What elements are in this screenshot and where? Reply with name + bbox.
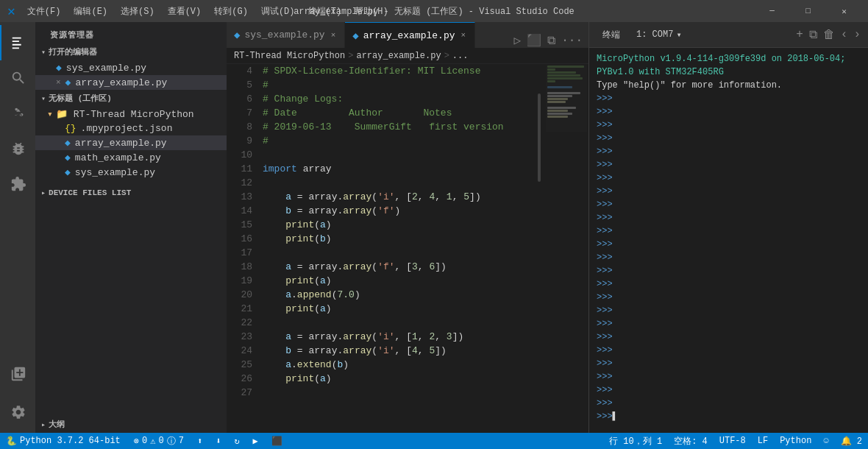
device-files-chevron: ▸ — [41, 188, 46, 197]
activity-remote[interactable] — [0, 356, 35, 392]
micropython-info-line1: MicroPython v1.9.4-114-g309fe39d on 2018… — [597, 52, 861, 79]
device-files-section[interactable]: ▸ DEVICE FILES LIST — [35, 185, 227, 200]
line-num-5: 5 — [227, 78, 252, 92]
tab-array-label: array_example.py — [363, 30, 455, 41]
editor-scrollbar[interactable] — [534, 64, 544, 433]
term-prompt-25: >>> ▌ — [597, 410, 861, 423]
line-num-18: 18 — [227, 260, 252, 274]
activity-debug[interactable] — [0, 131, 35, 166]
tab-sys-close[interactable]: × — [330, 30, 338, 40]
term-prompt-19: >>> — [597, 330, 861, 344]
line-num-26: 26 — [227, 372, 252, 386]
menu-goto[interactable]: 转到(G) — [208, 4, 254, 19]
info-icon: ⓘ — [167, 435, 176, 448]
minimize-button[interactable]: ─ — [755, 0, 789, 22]
file-mpyproject[interactable]: {} .mpyproject.json — [35, 121, 227, 135]
term-prompt-8: >>> — [597, 185, 861, 198]
code-line-8: # 2019-06-13 SummerGift first version — [263, 120, 534, 134]
line-num-22: 22 — [227, 316, 252, 330]
code-editor[interactable]: # SPDX-License-Identifier: MIT License #… — [260, 64, 534, 433]
term-prompt-11: >>> — [597, 224, 861, 238]
menu-view[interactable]: 查看(V) — [162, 4, 207, 19]
status-debug-icon[interactable]: ⬛ — [266, 433, 288, 449]
error-count: 0 — [142, 436, 147, 446]
menu-file[interactable]: 文件(F) — [21, 4, 67, 19]
file-math-example[interactable]: ◆ math_example.py — [35, 150, 227, 165]
term-prompt-18: >>> — [597, 317, 861, 330]
line-num-17: 17 — [227, 246, 252, 260]
menu-edit[interactable]: 编辑(E) — [68, 4, 113, 19]
code-line-15: print(a) — [263, 218, 534, 232]
terminal-prev-icon[interactable]: ‹ — [841, 28, 848, 42]
terminal-split-icon[interactable]: ⧉ — [809, 28, 817, 42]
tab-array-example[interactable]: ◆ array_example.py × — [345, 22, 475, 48]
terminal-tab-label[interactable]: 终端 — [597, 26, 626, 44]
line-num-4: 4 — [227, 64, 252, 78]
open-file-array-name: array_example.py — [75, 77, 167, 88]
status-language[interactable]: Python — [774, 433, 817, 449]
menu-select[interactable]: 选择(S) — [115, 4, 160, 19]
breadcrumb-symbol[interactable]: ... — [452, 51, 469, 61]
terminal-panel: 终端 1: COM7 ▾ + ⧉ 🗑 ‹ › MicroPython v1.9.… — [588, 22, 868, 433]
outline-section[interactable]: ▸ 大纲 — [35, 416, 227, 433]
activity-explorer[interactable] — [0, 25, 35, 60]
terminal-add-icon[interactable]: + — [796, 28, 803, 42]
port-dropdown-icon: ▾ — [676, 29, 681, 40]
terminal-content[interactable]: MicroPython v1.9.4-114-g309fe39d on 2018… — [589, 48, 868, 433]
status-notifications[interactable]: 🔔 2 — [835, 433, 868, 449]
open-editors-section[interactable]: ▾ 打开的编辑器 — [35, 43, 227, 60]
download-icon[interactable]: ⬛ — [527, 33, 541, 48]
status-feedback[interactable]: ☺ — [817, 433, 834, 449]
open-file-array[interactable]: × ◆ array_example.py — [35, 75, 227, 90]
code-line-13: a = array.array('i', [2, 4, 1, 5]) — [263, 190, 534, 204]
activity-search[interactable] — [0, 60, 35, 96]
sidebar-spacer — [35, 200, 227, 416]
minimap-content — [546, 66, 587, 132]
terminal-next-icon[interactable]: › — [853, 28, 861, 42]
term-prompt-4: >>> — [597, 132, 861, 145]
scroll-thumb[interactable] — [538, 93, 541, 182]
status-line-col[interactable]: 行 10，列 1 — [603, 433, 668, 449]
file-array-example[interactable]: ◆ array_example.py — [35, 135, 227, 150]
window-title: array_example.py - 无标题 (工作区) - Visual St… — [294, 5, 574, 18]
status-sync-icon[interactable]: ↻ — [228, 433, 245, 449]
close-button[interactable]: ✕ — [828, 0, 861, 22]
open-file-sys[interactable]: ◆ sys_example.py — [35, 60, 227, 75]
code-line-24: b = array.array('i', [4, 5]) — [263, 344, 534, 358]
tab-array-close[interactable]: × — [460, 30, 468, 40]
status-errors[interactable]: ⊗ 0 ⚠ 0 ⓘ 7 — [128, 433, 190, 449]
workspace-folder[interactable]: ▾ 📁 RT-Thread MicroPython — [35, 107, 227, 121]
line-num-8: 8 — [227, 120, 252, 134]
status-line-ending[interactable]: LF — [752, 433, 774, 449]
line-num-6: 6 — [227, 92, 252, 106]
line-num-23: 23 — [227, 330, 252, 344]
status-encoding[interactable]: UTF-8 — [714, 433, 752, 449]
activity-settings[interactable] — [0, 395, 35, 430]
terminal-trash-icon[interactable]: 🗑 — [823, 28, 835, 42]
file-sys-example[interactable]: ◆ sys_example.py — [35, 165, 227, 180]
status-run-icon[interactable]: ▶ — [247, 433, 264, 449]
tab-sys-example[interactable]: ◆ sys_example.py × — [227, 22, 345, 48]
terminal-port-selector[interactable]: 1: COM7 ▾ — [632, 29, 686, 40]
breadcrumb-folder[interactable]: RT-Thread MicroPython — [234, 51, 345, 61]
maximize-button[interactable]: □ — [791, 0, 825, 22]
status-python-version[interactable]: 🐍 Python 3.7.2 64-bit — [0, 433, 127, 449]
line-num-25: 25 — [227, 358, 252, 372]
status-spaces[interactable]: 空格: 4 — [668, 433, 714, 449]
status-download-icon[interactable]: ⬇ — [210, 433, 227, 449]
workspace-label: 无标题 (工作区) — [49, 93, 112, 104]
breadcrumb-file[interactable]: array_example.py — [356, 51, 441, 61]
vscode-icon: ✕ — [7, 3, 15, 19]
file-close-icon[interactable]: × — [56, 78, 61, 87]
more-icon[interactable]: ··· — [561, 34, 583, 47]
activity-extensions[interactable] — [0, 166, 35, 202]
activity-source-control[interactable] — [0, 96, 35, 131]
workspace-section[interactable]: ▾ 无标题 (工作区) — [35, 90, 227, 107]
term-prompt-1: >>> — [597, 92, 861, 105]
code-line-11: import array — [263, 162, 534, 176]
run-icon[interactable]: ▷ — [514, 33, 522, 48]
line-num-27: 27 — [227, 386, 252, 400]
status-upload-icon[interactable]: ⬆ — [191, 433, 208, 449]
code-line-20: a.append(7.0) — [263, 288, 534, 302]
split-icon[interactable]: ⧉ — [547, 34, 555, 48]
